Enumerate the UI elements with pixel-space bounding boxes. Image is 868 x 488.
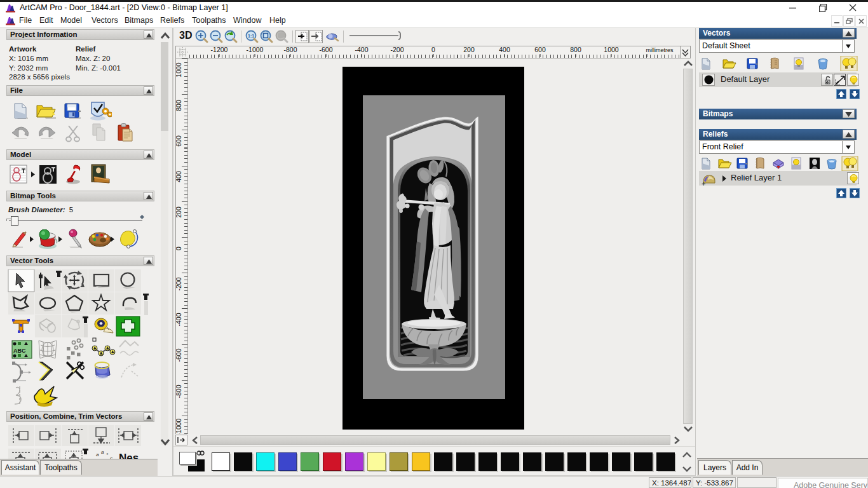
svg-text:800: 800 bbox=[176, 100, 182, 111]
svg-text:-600: -600 bbox=[319, 46, 332, 53]
svg-text:400: 400 bbox=[176, 171, 182, 182]
svg-text:-800: -800 bbox=[176, 384, 182, 398]
svg-text:400: 400 bbox=[499, 46, 510, 53]
svg-text:1000: 1000 bbox=[176, 62, 182, 78]
svg-text:a: a bbox=[101, 449, 104, 455]
svg-text:a: a bbox=[96, 452, 99, 458]
svg-text:800: 800 bbox=[570, 46, 581, 53]
svg-text:-400: -400 bbox=[355, 46, 368, 53]
svg-text:600: 600 bbox=[176, 135, 182, 147]
svg-text:-1000: -1000 bbox=[247, 46, 264, 53]
svg-text:-800: -800 bbox=[283, 46, 297, 53]
svg-text:*: * bbox=[106, 452, 109, 458]
svg-text:0: 0 bbox=[431, 46, 435, 53]
svg-text:+: + bbox=[702, 180, 705, 187]
svg-text:ABC: ABC bbox=[13, 348, 26, 354]
svg-text:-400: -400 bbox=[176, 313, 182, 326]
svg-text:1000: 1000 bbox=[604, 46, 619, 53]
svg-text:1:1: 1:1 bbox=[248, 34, 254, 38]
svg-text:millimetres: millimetres bbox=[646, 47, 674, 53]
svg-text:0: 0 bbox=[176, 247, 182, 250]
svg-text:-1000: -1000 bbox=[176, 418, 182, 434]
svg-text:-1200: -1200 bbox=[211, 46, 228, 53]
svg-text:-600: -600 bbox=[176, 348, 182, 362]
svg-text:200: 200 bbox=[463, 46, 475, 53]
svg-text:600: 600 bbox=[534, 46, 546, 53]
svg-text:200: 200 bbox=[176, 207, 182, 218]
svg-text:-200: -200 bbox=[176, 277, 182, 290]
svg-text:-200: -200 bbox=[390, 46, 403, 53]
